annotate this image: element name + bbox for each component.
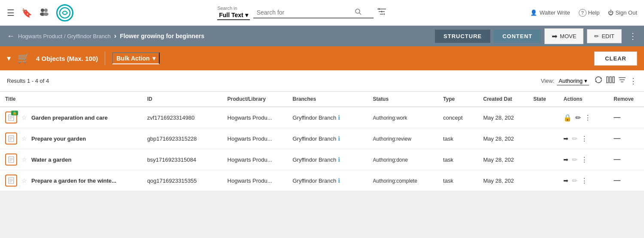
search-in-arrow: ▾: [245, 12, 248, 18]
row-status: Authoring:work: [368, 107, 438, 128]
row-remove[interactable]: —: [608, 149, 644, 170]
table-row: 🔒 ☆ Garden preparation and care zvf17169…: [0, 107, 644, 128]
more-results-icon[interactable]: ⋮: [629, 76, 637, 86]
search-in-select[interactable]: Full Text ▾: [217, 11, 250, 20]
branch-name: Gryffindor Branch: [293, 114, 337, 121]
hamburger-icon[interactable]: ☰: [7, 8, 15, 18]
help-label: Help: [588, 9, 600, 16]
bulk-action-button[interactable]: Bulk Action ▾: [112, 52, 159, 64]
row-actions: ➡ ✏ ⋮: [558, 149, 608, 170]
users-icon[interactable]: [39, 7, 49, 18]
row-title[interactable]: Prepare your garden: [31, 136, 86, 142]
bulk-chevron-icon[interactable]: ▾: [7, 54, 11, 63]
edit-action-icon[interactable]: ✏: [575, 114, 581, 122]
row-status: Authoring:review: [368, 128, 438, 149]
star-icon[interactable]: ☆: [21, 135, 27, 142]
user-icon: 👤: [530, 9, 537, 16]
row-remove[interactable]: —: [608, 170, 644, 191]
search-in-label: Search in: [217, 6, 237, 11]
row-more-icon[interactable]: ⋮: [581, 177, 588, 185]
row-status: Authoring:done: [368, 149, 438, 170]
row-more-icon[interactable]: ⋮: [581, 135, 588, 143]
svg-point-4: [60, 8, 70, 18]
status-text: Authoring:complete: [373, 178, 417, 184]
search-box: [253, 7, 374, 18]
status-text: Authoring:done: [373, 157, 407, 163]
move-button[interactable]: ➡ MOVE: [544, 28, 583, 44]
edit-action-icon[interactable]: ✏: [572, 177, 577, 185]
edit-action-icon[interactable]: ✏: [572, 135, 577, 143]
edit-action-icon[interactable]: ✏: [572, 156, 577, 164]
row-remove[interactable]: —: [608, 107, 644, 128]
row-product: Hogwarts Produ...: [222, 128, 288, 149]
user-menu[interactable]: 👤 Walter Write: [530, 9, 570, 16]
svg-point-1: [44, 9, 48, 12]
search-icon[interactable]: [355, 8, 361, 17]
svg-point-5: [355, 9, 360, 13]
search-area: Search in Full Text ▾: [73, 6, 530, 20]
branch-info-icon[interactable]: ℹ: [338, 114, 340, 121]
signout-button[interactable]: ⏻ Sign Out: [608, 9, 637, 16]
row-type: task: [438, 128, 478, 149]
status-text: Authoring:review: [373, 136, 411, 142]
remove-icon[interactable]: —: [614, 135, 620, 142]
advanced-filter-icon[interactable]: [377, 8, 386, 18]
row-title[interactable]: Water a garden: [31, 157, 71, 163]
content-button[interactable]: CONTENT: [494, 30, 541, 43]
structure-button[interactable]: STRUCTURE: [435, 30, 490, 43]
row-remove[interactable]: —: [608, 128, 644, 149]
breadcrumb-actions: STRUCTURE CONTENT ➡ MOVE ✏ EDIT ⋮: [435, 28, 637, 44]
breadcrumb-bar: ← Hogwarts Product / Gryffindor Branch ›…: [0, 26, 644, 46]
row-more-icon[interactable]: ⋮: [584, 114, 591, 122]
remove-icon[interactable]: —: [614, 156, 620, 163]
search-input[interactable]: [257, 9, 351, 16]
table-row: ☆ Prepare your garden gbp1716923315228 H…: [0, 128, 644, 149]
row-more-icon[interactable]: ⋮: [581, 156, 588, 164]
user-name: Walter Write: [540, 9, 570, 16]
lock-action-icon[interactable]: 🔒: [563, 114, 572, 122]
svg-line-6: [359, 13, 361, 15]
edit-pencil-icon: ✏: [594, 33, 599, 39]
row-created: May 28, 202: [478, 107, 529, 128]
svg-rect-17: [613, 77, 614, 83]
back-button[interactable]: ←: [7, 32, 15, 41]
svg-point-0: [41, 9, 44, 12]
row-product: Hogwarts Produ...: [222, 170, 288, 191]
branch-info-icon[interactable]: ℹ: [338, 177, 340, 184]
move-action-icon[interactable]: ➡: [563, 156, 568, 163]
move-action-icon[interactable]: ➡: [563, 177, 568, 184]
star-icon[interactable]: ☆: [21, 177, 27, 184]
help-button[interactable]: ? Help: [579, 9, 600, 17]
edit-button[interactable]: ✏ EDIT: [587, 29, 622, 43]
row-type-icon: 🔒: [5, 111, 17, 124]
refresh-button[interactable]: [594, 75, 603, 86]
view-value: Authoring: [559, 78, 583, 84]
results-table: Title ID Product/Library Branches Status…: [0, 92, 644, 191]
title-cell: ☆ Prepare a garden for the winte...: [0, 170, 142, 191]
move-action-icon[interactable]: ➡: [563, 135, 568, 142]
row-branch: Gryffindor Branch ℹ: [288, 107, 368, 128]
remove-icon[interactable]: —: [614, 114, 620, 121]
row-title[interactable]: Garden preparation and care: [31, 114, 108, 121]
row-product: Hogwarts Produ...: [222, 107, 288, 128]
lock-badge: 🔒: [11, 111, 18, 115]
branch-info-icon[interactable]: ℹ: [338, 135, 340, 142]
view-arrow: ▾: [584, 78, 587, 84]
view-select[interactable]: Authoring ▾: [557, 77, 589, 85]
columns-icon[interactable]: [606, 76, 615, 85]
table-row: ☆ Prepare a garden for the winte... qog1…: [0, 170, 644, 191]
help-icon: ?: [579, 9, 586, 17]
branch-info-icon[interactable]: ℹ: [338, 156, 340, 163]
title-cell: 🔒 ☆ Garden preparation and care: [0, 107, 142, 128]
bookmark-icon[interactable]: 🔖: [21, 8, 32, 18]
more-options-icon[interactable]: ⋮: [629, 31, 637, 41]
bulk-divider: [105, 51, 105, 65]
row-title[interactable]: Prepare a garden for the winte...: [31, 178, 116, 184]
remove-icon[interactable]: —: [614, 177, 620, 184]
star-icon[interactable]: ☆: [21, 156, 27, 163]
star-icon[interactable]: ☆: [21, 114, 27, 121]
table-filter-icon[interactable]: [618, 76, 626, 85]
row-branch: Gryffindor Branch ℹ: [288, 149, 368, 170]
clear-button[interactable]: CLEAR: [594, 51, 637, 66]
breadcrumb-path[interactable]: Hogwarts Product / Gryffindor Branch: [18, 33, 111, 39]
